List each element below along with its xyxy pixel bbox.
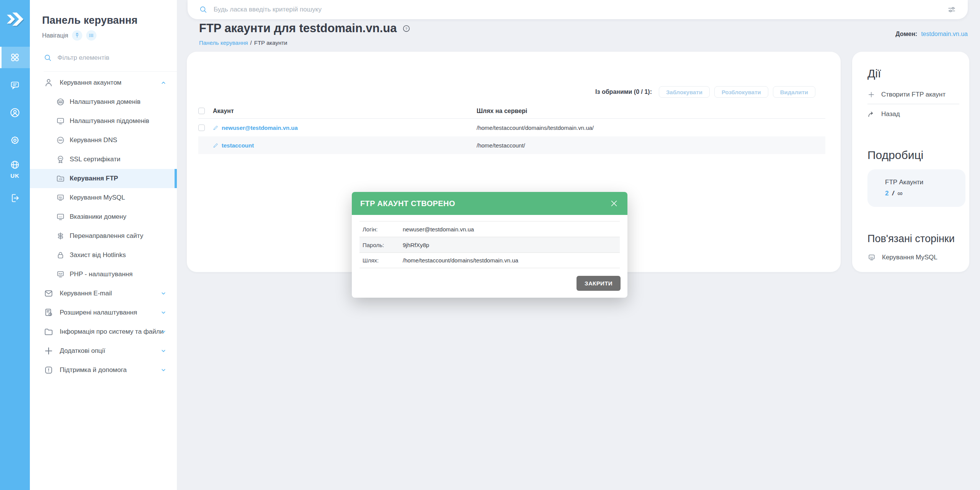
item-label: Налаштування доменів xyxy=(70,98,140,106)
modal-close-button[interactable]: ЗАКРИТИ xyxy=(577,276,621,291)
folder-icon xyxy=(44,327,54,337)
server-path: /home/testaccount/domains/testdomain.vn.… xyxy=(477,125,825,131)
global-search-input[interactable] xyxy=(214,6,947,13)
field-label: Шлях: xyxy=(363,257,403,264)
usage-label: FTP Акаунти xyxy=(885,179,965,186)
domain-value-link[interactable]: testdomain.vn.ua xyxy=(921,31,968,38)
filter-input[interactable] xyxy=(57,54,153,62)
usage-used: 2 xyxy=(885,190,889,197)
grid-icon xyxy=(9,52,21,63)
unblock-button[interactable]: Розблокувати xyxy=(714,86,768,98)
signpost-icon xyxy=(56,231,65,241)
monitor-www-icon: www xyxy=(56,212,65,221)
monitor-dots-icon: ~ xyxy=(56,116,65,126)
chevron-down-icon xyxy=(160,328,167,335)
double-chevron-icon xyxy=(6,11,24,28)
group-label: Керування акаунтом xyxy=(60,79,121,87)
globe-dns-icon: DNS xyxy=(56,136,65,145)
ftp-account-link[interactable]: newuser@testdomain.vn.ua xyxy=(222,125,298,131)
list-icon xyxy=(88,33,94,38)
item-label: SSL сертифікати xyxy=(70,156,120,163)
sidebar-item-ssl-certificates[interactable]: SSL SSL сертифікати xyxy=(30,150,177,169)
breadcrumb-dashboard-link[interactable]: Панель керування xyxy=(199,39,248,46)
svg-text:DNS: DNS xyxy=(59,139,63,141)
sidebar-item-ftp-management[interactable]: FTP Керування FTP xyxy=(30,169,177,188)
modal-field-password: Пароль: 9jhRfXy8p xyxy=(359,237,620,252)
related-link-label: Керування MySQL xyxy=(882,254,938,261)
sidebar-item-domain-pointers[interactable]: www Вказівники домену xyxy=(30,207,177,226)
svg-text:PHP: PHP xyxy=(59,273,62,275)
strip-item-dashboard[interactable] xyxy=(0,47,30,68)
delete-button[interactable]: Видалити xyxy=(773,86,815,98)
filter-row xyxy=(44,54,177,72)
edit-pencil-icon[interactable] xyxy=(213,125,219,131)
pin-sidebar-button[interactable] xyxy=(72,30,82,41)
sidebar-item-php-settings[interactable]: PHP PHP - налаштування xyxy=(30,265,177,284)
lock-icon xyxy=(56,251,65,260)
ssl-badge-icon: SSL xyxy=(56,155,65,164)
svg-text:SSL: SSL xyxy=(59,157,62,159)
group-label: Керування E-mail xyxy=(60,290,112,297)
sidebar-item-domain-settings[interactable]: www Налаштування доменів xyxy=(30,92,177,111)
ftp-account-created-modal: FTP АКАУНТ СТВОРЕНО Логін: newuser@testd… xyxy=(352,192,627,298)
svg-text:SQL: SQL xyxy=(870,256,874,258)
strip-item-messages[interactable] xyxy=(0,74,30,96)
action-label: Створити FTP акаунт xyxy=(881,91,946,98)
plus-icon xyxy=(867,91,875,98)
screen-php-icon: PHP xyxy=(56,270,65,279)
sidebar-item-subdomain-settings[interactable]: ~ Налаштування піддоменів xyxy=(30,111,177,131)
chevron-down-icon xyxy=(160,367,167,374)
ftp-account-link[interactable]: testaccount xyxy=(222,142,254,149)
pin-icon xyxy=(74,33,80,38)
svg-text:SQL: SQL xyxy=(59,197,62,198)
chevron-down-icon xyxy=(160,309,167,316)
back-action[interactable]: Назад xyxy=(867,107,959,121)
sliders-icon[interactable] xyxy=(947,5,956,14)
actions-title: Дії xyxy=(867,67,959,80)
sidebar-item-dns-management[interactable]: DNS Керування DNS xyxy=(30,131,177,150)
help-circle-icon[interactable]: ? xyxy=(402,24,411,33)
related-link-mysql[interactable]: SQL Керування MySQL xyxy=(867,251,959,264)
gear-icon xyxy=(10,135,20,146)
sidebar-subtitle: Навігація xyxy=(42,32,68,39)
account-icon xyxy=(9,107,21,118)
group-additional-options[interactable]: Додаткові опції xyxy=(30,341,177,361)
top-search-bar xyxy=(188,0,968,19)
strip-item-settings[interactable] xyxy=(0,129,30,151)
app-logo[interactable] xyxy=(6,10,24,28)
ftp-accounts-usage-card: FTP Акаунти 2 / ∞ xyxy=(867,169,965,207)
field-value: /home/testaccount/domains/testdomain.vn.… xyxy=(403,257,518,264)
row-checkbox[interactable] xyxy=(198,125,205,131)
usage-separator: / xyxy=(892,190,894,197)
block-button[interactable]: Заблокувати xyxy=(659,86,710,98)
sidebar-item-site-redirect[interactable]: Перенаправлення сайту xyxy=(30,226,177,246)
side-panel: Дії Створити FTP акаунт Назад Подробиці … xyxy=(852,52,969,272)
group-email-management[interactable]: Керування E-mail xyxy=(30,284,177,303)
column-server-path: Шлях на сервері xyxy=(477,108,825,115)
group-advanced-settings[interactable]: Розширені налаштування xyxy=(30,303,177,322)
app-strip: UK xyxy=(0,0,30,490)
chat-icon xyxy=(10,80,20,90)
select-all-checkbox[interactable] xyxy=(198,108,205,114)
edit-pencil-icon[interactable] xyxy=(213,143,219,148)
usage-limit-infinity: ∞ xyxy=(897,189,903,198)
table-row: newuser@testdomain.vn.ua /home/testaccou… xyxy=(198,119,825,136)
group-system-info[interactable]: Інформація про систему та файли xyxy=(30,322,177,341)
domain-selector: Домен: testdomain.vn.ua xyxy=(895,31,968,38)
group-support-help[interactable]: Підтримка й допомога xyxy=(30,361,177,380)
server-path: /home/testaccount/ xyxy=(477,142,825,149)
group-account-management[interactable]: Керування акаунтом xyxy=(30,73,177,92)
field-label: Пароль: xyxy=(363,242,403,248)
close-icon[interactable] xyxy=(609,198,619,208)
strip-item-account[interactable] xyxy=(0,102,30,123)
exclaim-square-icon xyxy=(44,365,54,375)
menu-layout-button[interactable] xyxy=(86,30,96,41)
logout-button[interactable] xyxy=(0,187,30,209)
create-ftp-account-action[interactable]: Створити FTP акаунт xyxy=(867,88,959,102)
modal-field-path: Шлях: /home/testaccount/domains/testdoma… xyxy=(359,252,620,268)
field-label: Логін: xyxy=(363,226,403,233)
sidebar-item-mysql-management[interactable]: SQL Керування MySQL xyxy=(30,188,177,207)
breadcrumb-separator: / xyxy=(250,39,252,46)
sidebar-item-hotlink-protection[interactable]: Захист від Hotlinks xyxy=(30,246,177,265)
strip-item-language[interactable]: UK xyxy=(0,157,30,181)
